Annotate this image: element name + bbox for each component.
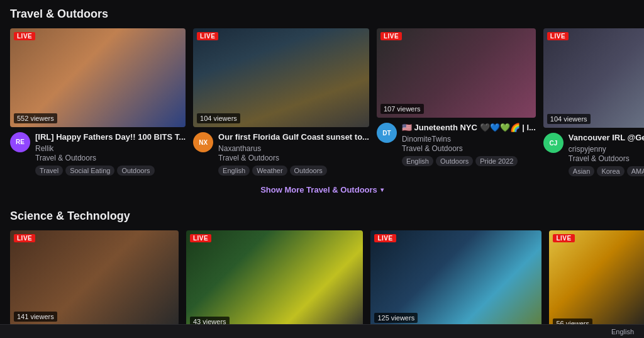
thumbnail-image-card-3: LIVE107 viewers bbox=[377, 28, 536, 118]
avatar-card-3[interactable]: DT bbox=[377, 123, 397, 143]
thumbnail-image-card-7: LIVE125 viewers bbox=[370, 230, 541, 327]
streamer-name-card-2[interactable]: Naxantharus bbox=[218, 144, 369, 153]
card-thumbnail-card-2[interactable]: LIVE104 viewers bbox=[193, 28, 369, 127]
tags-card-4: AsianKoreaAMACanada bbox=[569, 166, 644, 176]
live-badge-card-6: LIVE bbox=[190, 234, 211, 242]
live-badge-card-4: LIVE bbox=[547, 32, 569, 40]
stream-title-card-4[interactable]: Vancouver IRL @GeezGiselle | $1/100... bbox=[569, 133, 644, 144]
tag-social-eating[interactable]: Social Eating bbox=[65, 166, 114, 176]
viewers-badge-card-1: 552 viewers bbox=[14, 113, 57, 123]
viewers-badge-card-7: 125 viewers bbox=[374, 313, 418, 323]
show-more-button-travel-outdoors[interactable]: Show More Travel & Outdoors ▾ bbox=[260, 185, 384, 194]
card-thumbnail-card-4[interactable]: LIVE104 viewers bbox=[543, 28, 644, 128]
card-thumbnail-card-3[interactable]: LIVE107 viewers bbox=[377, 28, 536, 118]
tags-card-3: EnglishOutdoorsPride 2022 bbox=[402, 156, 536, 166]
tag-ama[interactable]: AMA bbox=[627, 166, 644, 176]
viewers-badge-card-4: 104 viewers bbox=[547, 114, 591, 124]
card-card-5[interactable]: LIVE141 viewersPLDINOSAUR STREAM 🦕🦖 Answ… bbox=[10, 230, 179, 338]
streamer-name-card-4[interactable]: crispyjenny bbox=[569, 145, 644, 154]
card-card-4[interactable]: LIVE104 viewersCJVancouver IRL @GeezGise… bbox=[543, 28, 644, 176]
thumbnail-image-card-6: LIVE43 viewers bbox=[186, 230, 363, 330]
streamer-name-card-1[interactable]: Rellik bbox=[35, 144, 186, 153]
avatar-card-4[interactable]: CJ bbox=[543, 133, 564, 153]
footer-language[interactable]: English bbox=[611, 328, 634, 335]
card-thumbnail-card-7[interactable]: LIVE125 viewers bbox=[370, 230, 541, 327]
card-category-card-2[interactable]: Travel & Outdoors bbox=[218, 154, 369, 162]
card-info-card-2: NXOur first Florida Gulf Coast sunset to… bbox=[193, 132, 369, 176]
card-text-card-4: Vancouver IRL @GeezGiselle | $1/100...cr… bbox=[569, 133, 644, 176]
card-text-card-1: [IRL] Happy Fathers Day!! 100 BITS T...R… bbox=[35, 132, 186, 176]
page-wrapper: Travel & OutdoorsLIVE552 viewersRE[IRL] … bbox=[0, 0, 644, 338]
card-thumbnail-card-6[interactable]: LIVE43 viewers bbox=[186, 230, 363, 330]
chevron-down-icon: ▾ bbox=[380, 186, 384, 193]
card-info-card-1: RE[IRL] Happy Fathers Day!! 100 BITS T..… bbox=[10, 132, 186, 176]
card-category-card-1[interactable]: Travel & Outdoors bbox=[35, 154, 186, 162]
section-title-science-technology: Science & Technology bbox=[10, 210, 634, 223]
tag-english[interactable]: English bbox=[218, 166, 250, 176]
card-thumbnail-card-8[interactable]: LIVE56 viewers bbox=[549, 230, 644, 332]
tags-card-1: TravelSocial EatingOutdoors bbox=[35, 166, 186, 176]
card-thumbnail-card-1[interactable]: LIVE552 viewers bbox=[10, 28, 186, 127]
live-badge-card-5: LIVE bbox=[14, 234, 35, 242]
avatar-card-2[interactable]: NX bbox=[193, 132, 213, 152]
card-category-card-4[interactable]: Travel & Outdoors bbox=[569, 154, 644, 163]
section-science-technology: Science & TechnologyLIVE141 viewersPLDIN… bbox=[10, 210, 634, 338]
tag-asian[interactable]: Asian bbox=[569, 166, 595, 176]
tag-outdoors[interactable]: Outdoors bbox=[290, 166, 327, 176]
footer-bar: English bbox=[0, 324, 644, 338]
card-card-3[interactable]: LIVE107 viewersDT🇺🇸 Juneteenth NYC 🖤💙💚🌈 … bbox=[377, 28, 536, 176]
tags-card-2: EnglishWeatherOutdoors bbox=[218, 166, 369, 176]
thumbnail-image-card-8: LIVE56 viewers bbox=[549, 230, 644, 332]
avatar-card-1[interactable]: RE bbox=[10, 132, 30, 152]
tag-english[interactable]: English bbox=[402, 156, 433, 166]
viewers-badge-card-2: 104 viewers bbox=[197, 113, 240, 123]
card-card-2[interactable]: LIVE104 viewersNXOur first Florida Gulf … bbox=[193, 28, 369, 176]
thumbnail-image-card-5: LIVE141 viewers bbox=[10, 230, 179, 325]
live-badge-card-3: LIVE bbox=[380, 32, 402, 40]
show-more-label: Show More Travel & Outdoors bbox=[260, 185, 377, 194]
tag-travel[interactable]: Travel bbox=[35, 166, 63, 176]
card-category-card-3[interactable]: Travel & Outdoors bbox=[402, 144, 536, 153]
stream-title-card-2[interactable]: Our first Florida Gulf Coast sunset to..… bbox=[218, 132, 369, 143]
thumbnail-image-card-1: LIVE552 viewers bbox=[10, 28, 186, 127]
show-more-travel-outdoors: Show More Travel & Outdoors ▾ bbox=[10, 185, 634, 194]
live-badge-card-1: LIVE bbox=[14, 32, 35, 40]
stream-title-card-3[interactable]: 🇺🇸 Juneteenth NYC 🖤💙💚🌈 | l... bbox=[402, 123, 536, 133]
thumbnail-image-card-4: LIVE104 viewers bbox=[543, 28, 644, 128]
card-card-6[interactable]: LIVE43 viewersL4:) Let's attempt a Robos… bbox=[186, 230, 363, 338]
card-text-card-2: Our first Florida Gulf Coast sunset to..… bbox=[218, 132, 369, 176]
card-info-card-3: DT🇺🇸 Juneteenth NYC 🖤💙💚🌈 | l...DinomiteT… bbox=[377, 123, 536, 166]
card-thumbnail-card-5[interactable]: LIVE141 viewers bbox=[10, 230, 179, 325]
live-badge-card-2: LIVE bbox=[197, 32, 218, 40]
thumbnail-image-card-2: LIVE104 viewers bbox=[193, 28, 369, 127]
viewers-badge-card-5: 141 viewers bbox=[14, 312, 57, 322]
card-card-1[interactable]: LIVE552 viewersRE[IRL] Happy Fathers Day… bbox=[10, 28, 186, 176]
streamer-name-card-3[interactable]: DinomiteTwins bbox=[402, 135, 536, 144]
tag-outdoors[interactable]: Outdoors bbox=[117, 166, 154, 176]
tag-korea[interactable]: Korea bbox=[597, 166, 624, 176]
tag-pride-2022[interactable]: Pride 2022 bbox=[475, 156, 518, 166]
card-card-7[interactable]: LIVE125 viewersDOLive Earthquakes 24/7 -… bbox=[370, 230, 541, 338]
card-info-card-4: CJVancouver IRL @GeezGiselle | $1/100...… bbox=[543, 133, 644, 176]
tag-weather[interactable]: Weather bbox=[252, 166, 287, 176]
live-badge-card-8: LIVE bbox=[553, 234, 574, 242]
card-card-8[interactable]: LIVE56 viewersSASciArt Sunday! Working o… bbox=[549, 230, 644, 338]
tag-outdoors[interactable]: Outdoors bbox=[436, 156, 473, 166]
viewers-badge-card-3: 107 viewers bbox=[380, 104, 424, 114]
card-text-card-3: 🇺🇸 Juneteenth NYC 🖤💙💚🌈 | l...DinomiteTwi… bbox=[402, 123, 536, 166]
cards-grid-science-technology: LIVE141 viewersPLDINOSAUR STREAM 🦕🦖 Answ… bbox=[10, 230, 634, 338]
live-badge-card-7: LIVE bbox=[374, 234, 396, 242]
section-title-travel-outdoors: Travel & Outdoors bbox=[10, 8, 634, 21]
section-travel-outdoors: Travel & OutdoorsLIVE552 viewersRE[IRL] … bbox=[10, 8, 634, 194]
stream-title-card-1[interactable]: [IRL] Happy Fathers Day!! 100 BITS T... bbox=[35, 132, 186, 143]
cards-grid-travel-outdoors: LIVE552 viewersRE[IRL] Happy Fathers Day… bbox=[10, 28, 634, 176]
